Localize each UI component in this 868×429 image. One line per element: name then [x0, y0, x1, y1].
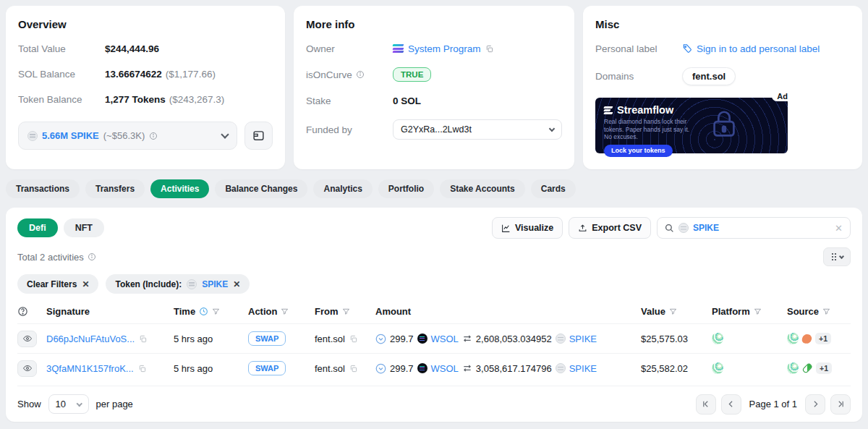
- more-sources-badge[interactable]: +1: [816, 362, 832, 374]
- expand-circle-icon[interactable]: [375, 334, 386, 344]
- sign-in-link[interactable]: Sign in to add personal label: [697, 43, 820, 54]
- token-coin-icon: [27, 131, 38, 141]
- wsol-coin-icon: [417, 363, 427, 373]
- token-balance-usd: ($243,267.3): [169, 94, 225, 105]
- action-badge: SWAP: [248, 331, 286, 346]
- from-account[interactable]: fent.sol: [315, 363, 345, 374]
- funded-by-label: Funded by: [306, 124, 393, 135]
- activities-panel: Defi NFT Visualize Export CSV SPIKE ✕ To…: [6, 208, 862, 422]
- swap-arrows-icon: [462, 364, 472, 373]
- help-column-header: [17, 306, 46, 317]
- copy-icon[interactable]: [349, 365, 357, 373]
- info-icon: [356, 70, 365, 79]
- isoncurve-label: isOnCurve: [306, 69, 352, 80]
- chart-icon: [501, 224, 511, 233]
- info-icon: [88, 252, 96, 261]
- token-coin-icon: [187, 279, 197, 289]
- owner-label: Owner: [306, 43, 393, 54]
- header-action: Action: [248, 306, 277, 317]
- source-icon[interactable]: [787, 362, 799, 374]
- overview-card: Overview Total Value $244,444.96 SOL Bal…: [6, 6, 285, 169]
- copy-icon[interactable]: [138, 365, 146, 373]
- column-settings-button[interactable]: [823, 247, 851, 266]
- last-page-button[interactable]: [830, 394, 851, 415]
- table-row: D66pJcNuFAtuVoS... 5 hrs ago SWAP fent.s…: [17, 323, 851, 353]
- export-csv-button[interactable]: Export CSV: [569, 217, 651, 239]
- first-page-button[interactable]: [696, 394, 716, 415]
- sol-balance-row: SOL Balance 13.66674622 ($1,177.66): [18, 67, 273, 80]
- value-cell: $25,582.02: [641, 363, 712, 374]
- next-page-button[interactable]: [805, 394, 825, 415]
- copy-icon[interactable]: [349, 335, 357, 343]
- amount-in: 299.7: [390, 334, 414, 344]
- ad-banner[interactable]: Ad Streamflow Real diamond hands lock th…: [595, 98, 788, 153]
- search-input[interactable]: SPIKE ✕: [657, 217, 851, 239]
- wallet-icon: [252, 129, 265, 142]
- platform-icon[interactable]: [712, 333, 723, 344]
- chevron-left-icon: [726, 399, 736, 409]
- tab-transfers[interactable]: Transfers: [85, 179, 145, 198]
- source-icon[interactable]: [801, 362, 812, 373]
- close-icon[interactable]: ✕: [233, 279, 240, 289]
- funded-by-dropdown[interactable]: G2YxRa...2Lwd3t: [393, 119, 562, 140]
- search-icon: [665, 224, 674, 233]
- tab-balance-changes[interactable]: Balance Changes: [215, 179, 307, 198]
- tab-transactions[interactable]: Transactions: [6, 179, 80, 198]
- header-platform: Platform: [712, 306, 750, 317]
- copy-icon[interactable]: [485, 45, 493, 53]
- token-include-filter-chip[interactable]: Token (Include): SPIKE ✕: [106, 274, 250, 294]
- preview-button[interactable]: [17, 331, 37, 347]
- filter-funnel-icon: [822, 307, 830, 315]
- domain-badge[interactable]: fent.sol: [682, 67, 736, 85]
- nft-filter-button[interactable]: NFT: [64, 218, 104, 237]
- token-in-link[interactable]: WSOL: [431, 334, 459, 344]
- copy-icon[interactable]: [139, 335, 147, 343]
- pagination-bar: Show 10 per page Page 1 of 1: [17, 386, 851, 422]
- token-out-link[interactable]: SPIKE: [569, 334, 597, 344]
- tab-portfolio[interactable]: Portfolio: [378, 179, 434, 198]
- header-time: Time: [174, 306, 195, 317]
- clear-search-icon[interactable]: ✕: [835, 223, 843, 234]
- platform-icon[interactable]: [712, 362, 723, 374]
- token-balance-row: Token Balance 1,277 Tokens ($243,267.3): [18, 93, 273, 106]
- tab-stake-accounts[interactable]: Stake Accounts: [440, 179, 525, 198]
- total-value-label: Total Value: [18, 43, 105, 54]
- wallet-portfolio-button[interactable]: [244, 122, 273, 150]
- from-account[interactable]: fent.sol: [315, 334, 345, 344]
- owner-link[interactable]: System Program: [408, 43, 481, 54]
- clear-filters-chip[interactable]: Clear Filters ✕: [17, 274, 98, 294]
- defi-filter-button[interactable]: Defi: [17, 218, 58, 237]
- stake-value: 0 SOL: [393, 95, 421, 106]
- wsol-coin-icon: [417, 334, 427, 344]
- ad-cta-button[interactable]: Lock your tokens: [604, 145, 673, 157]
- signature-link[interactable]: 3QfaMN1K157froK...: [46, 363, 134, 374]
- filter-funnel-icon: [669, 307, 677, 315]
- page-size-select[interactable]: 10: [48, 394, 89, 414]
- visualize-button[interactable]: Visualize: [492, 217, 563, 239]
- ad-badge: Ad: [772, 91, 793, 101]
- token-selector-dropdown[interactable]: 5.66M SPIKE (~$56.3K): [18, 122, 237, 150]
- question-circle-icon: [17, 306, 28, 317]
- preview-button[interactable]: [17, 360, 37, 377]
- token-selector-value: 5.66M SPIKE: [42, 130, 99, 141]
- token-in-link[interactable]: WSOL: [431, 363, 459, 374]
- expand-circle-icon[interactable]: [375, 363, 386, 374]
- tab-cards[interactable]: Cards: [531, 179, 576, 198]
- tab-activities[interactable]: Activities: [150, 179, 209, 198]
- chevron-down-icon: [838, 253, 843, 258]
- funded-by-row: Funded by G2YxRa...2Lwd3t: [306, 119, 562, 140]
- eye-icon: [22, 334, 33, 343]
- signature-link[interactable]: D66pJcNuFAtuVoS...: [46, 334, 135, 344]
- source-icon[interactable]: [801, 333, 812, 344]
- token-out-link[interactable]: SPIKE: [569, 363, 597, 374]
- token-selector-usd: (~$56.3K): [103, 130, 145, 141]
- activities-toolbar: Defi NFT Visualize Export CSV SPIKE ✕: [17, 217, 851, 239]
- header-from: From: [315, 306, 339, 317]
- tab-analytics[interactable]: Analytics: [313, 179, 372, 198]
- close-icon[interactable]: ✕: [82, 279, 89, 289]
- source-icon[interactable]: [787, 333, 799, 344]
- prev-page-button[interactable]: [721, 394, 741, 415]
- per-page-label: per page: [96, 399, 133, 409]
- more-sources-badge[interactable]: +1: [815, 333, 831, 344]
- more-info-title: More info: [306, 18, 562, 30]
